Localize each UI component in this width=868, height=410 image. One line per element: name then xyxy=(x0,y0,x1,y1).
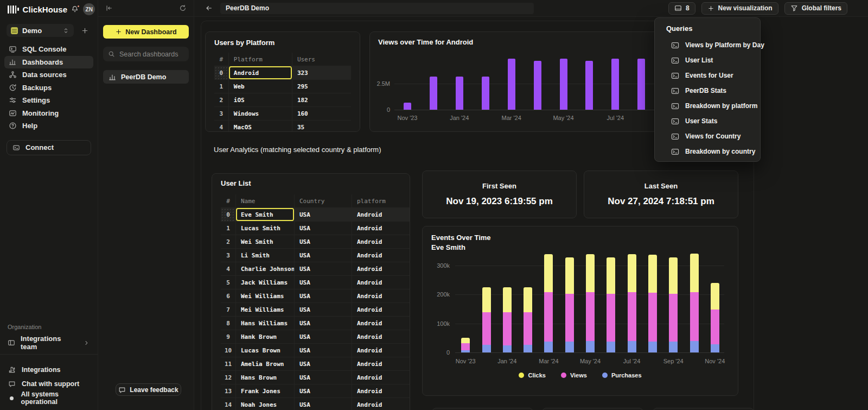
sidebar-item-backups[interactable]: Backups xyxy=(4,81,93,94)
table-cell[interactable]: Android xyxy=(352,289,409,302)
table-cell[interactable]: 5 xyxy=(221,276,236,289)
views-bar-apr-24[interactable] xyxy=(534,61,541,110)
table-row[interactable]: 1Web295 xyxy=(214,80,351,93)
table-row[interactable]: 10Lucas BrownUSAAndroid xyxy=(221,344,410,357)
footer-item-chat-with-support[interactable]: Chat with support xyxy=(8,378,90,390)
new-dashboard-button[interactable]: New Dashboard xyxy=(103,25,189,39)
table-cell[interactable]: 160 xyxy=(292,107,351,120)
table-cell[interactable]: 3 xyxy=(221,249,236,262)
table-cell[interactable]: Android xyxy=(352,262,409,275)
table-cell[interactable]: 2 xyxy=(221,235,236,248)
table-cell[interactable]: 10 xyxy=(221,344,236,357)
table-cell[interactable]: 0 xyxy=(214,66,229,79)
table-cell[interactable]: iOS xyxy=(229,93,292,106)
sidebar-item-monitoring[interactable]: Monitoring xyxy=(4,107,93,120)
table-cell[interactable]: Windows xyxy=(229,107,292,120)
table-cell[interactable]: Noah Jones xyxy=(236,398,295,410)
table-row[interactable]: 14Noah JonesUSAAndroid xyxy=(221,398,410,410)
sidebar-item-integrations-team[interactable]: Integrations team xyxy=(8,336,90,349)
query-item-breakdown-by-country[interactable]: Breakdown by country xyxy=(655,144,760,159)
table-cell[interactable]: Android xyxy=(352,208,409,221)
views-bar-feb-24[interactable] xyxy=(482,77,489,110)
table-cell[interactable]: 11 xyxy=(221,357,236,370)
table-cell[interactable]: USA xyxy=(295,262,352,275)
events-bar-jul-24[interactable] xyxy=(628,254,636,352)
table-cell[interactable]: 13 xyxy=(221,384,236,398)
query-item-events-for-user[interactable]: Events for User xyxy=(655,68,760,83)
table-cell[interactable]: 323 xyxy=(292,66,351,79)
views-bar-mar-24[interactable] xyxy=(508,59,515,110)
table-row[interactable]: 3Li SmithUSAAndroid xyxy=(221,249,410,262)
table-row[interactable]: 0Android323 xyxy=(214,66,351,80)
table-cell[interactable]: 4 xyxy=(214,121,229,132)
table-row[interactable]: 1Lucas SmithUSAAndroid xyxy=(221,222,410,235)
table-cell[interactable]: 8 xyxy=(221,317,236,330)
sidebar-item-dashboards[interactable]: Dashboards xyxy=(4,56,93,69)
table-cell[interactable]: Android xyxy=(352,398,409,410)
views-bar-aug-24[interactable] xyxy=(637,59,645,110)
events-bar-aug-24[interactable] xyxy=(648,255,657,352)
legend-item-purchases[interactable]: Purchases xyxy=(602,372,642,379)
table-cell[interactable]: USA xyxy=(295,222,352,235)
table-cell[interactable]: USA xyxy=(295,398,352,410)
table-cell[interactable]: USA xyxy=(295,384,352,398)
table-cell[interactable]: Wei Williams xyxy=(236,289,295,302)
query-item-breakdown-by-platform[interactable]: Breakdown by platform xyxy=(655,98,760,113)
table-cell[interactable]: 1 xyxy=(221,222,236,235)
table-cell[interactable]: Charlie Johnson xyxy=(236,262,295,275)
events-bar-nov-23[interactable] xyxy=(461,338,470,352)
table-cell[interactable]: Lucas Brown xyxy=(236,344,295,357)
sidebar-item-help[interactable]: Help xyxy=(4,119,93,133)
table-cell[interactable]: Android xyxy=(352,371,409,384)
table-row[interactable]: 9Hank BrownUSAAndroid xyxy=(221,330,410,344)
query-item-user-list[interactable]: User List xyxy=(655,53,760,68)
back-button[interactable] xyxy=(205,4,213,12)
table-cell[interactable]: USA xyxy=(295,371,352,384)
selected-cell[interactable]: Eve Smith xyxy=(236,208,295,221)
global-filters-button[interactable]: Global filters xyxy=(784,2,847,15)
events-bar-sep-24[interactable] xyxy=(669,257,678,352)
table-row[interactable]: 11Amelia BrownUSAAndroid xyxy=(221,357,410,371)
query-item-views-for-country[interactable]: Views for Country xyxy=(655,129,760,144)
legend-item-views[interactable]: Views xyxy=(561,372,587,379)
add-workspace-button[interactable] xyxy=(78,27,91,35)
table-cell[interactable]: 182 xyxy=(292,93,351,106)
connect-button[interactable]: Connect xyxy=(7,140,91,155)
events-bar-feb-24[interactable] xyxy=(524,287,532,352)
table-cell[interactable]: USA xyxy=(295,249,352,262)
table-cell[interactable]: USA xyxy=(295,235,352,248)
table-cell[interactable]: USA xyxy=(295,303,352,316)
table-cell[interactable]: Jack Williams xyxy=(236,276,295,289)
views-bar-jul-24[interactable] xyxy=(611,59,619,110)
table-cell[interactable]: Mei Williams xyxy=(236,303,295,316)
legend-item-clicks[interactable]: Clicks xyxy=(519,372,545,379)
table-cell[interactable]: USA xyxy=(295,208,352,221)
table-cell[interactable]: Web xyxy=(229,80,292,93)
table-cell[interactable]: Li Smith xyxy=(236,249,295,262)
table-cell[interactable]: Android xyxy=(352,222,409,235)
query-item-user-stats[interactable]: User Stats xyxy=(655,113,760,129)
notifications-bell-icon[interactable] xyxy=(71,5,79,13)
dashboard-list-item[interactable]: PeerDB Demo xyxy=(103,70,189,84)
visualization-count-button[interactable]: 8 xyxy=(668,2,695,15)
selected-cell[interactable]: Android xyxy=(229,66,292,79)
table-row[interactable]: 2iOS182 xyxy=(214,93,351,107)
table-cell[interactable]: 2 xyxy=(214,93,229,106)
table-cell[interactable]: Wei Smith xyxy=(236,235,295,248)
events-bar-may-24[interactable] xyxy=(586,254,595,352)
views-bar-jun-24[interactable] xyxy=(585,61,593,110)
table-cell[interactable]: Hans Williams xyxy=(236,317,295,330)
table-cell[interactable]: 0 xyxy=(221,208,236,221)
table-cell[interactable]: Android xyxy=(352,235,409,248)
table-cell[interactable]: USA xyxy=(295,276,352,289)
sidebar-item-data-sources[interactable]: Data sources xyxy=(4,68,93,81)
table-row[interactable]: 5Jack WilliamsUSAAndroid xyxy=(221,276,410,289)
footer-item-integrations[interactable]: Integrations xyxy=(8,364,90,376)
table-row[interactable]: 3Windows160 xyxy=(214,107,351,121)
table-cell[interactable]: USA xyxy=(295,317,352,330)
table-row[interactable]: 6Wei WilliamsUSAAndroid xyxy=(221,289,410,303)
leave-feedback-button[interactable]: Leave feedback xyxy=(116,383,181,396)
dashboard-title-input[interactable] xyxy=(220,3,534,14)
table-cell[interactable]: Android xyxy=(352,303,409,316)
events-bar-nov-24[interactable] xyxy=(711,283,719,352)
